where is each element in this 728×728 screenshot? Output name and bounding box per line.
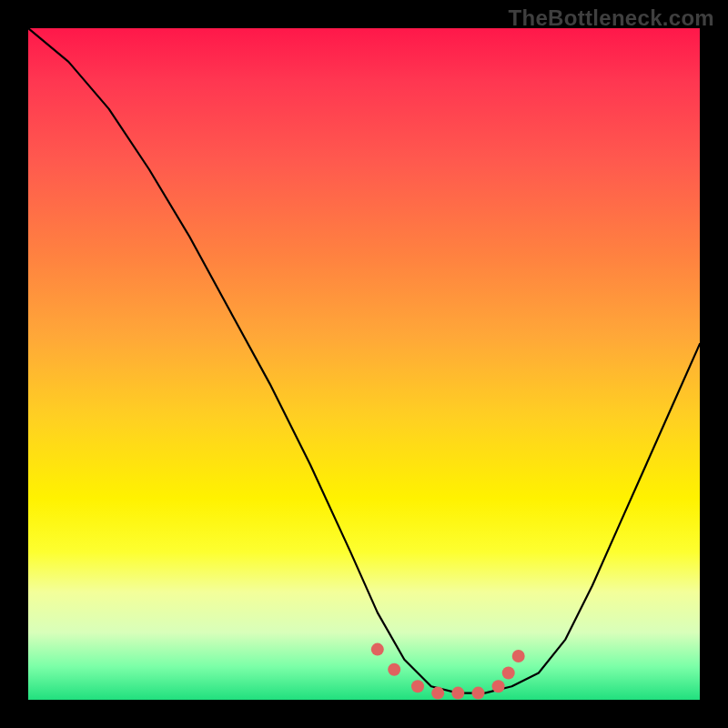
- highlight-dot: [502, 667, 515, 680]
- highlight-dot: [492, 680, 505, 693]
- highlight-dot: [411, 680, 424, 693]
- chart-stage: TheBottleneck.com: [0, 0, 728, 728]
- highlight-dot: [451, 687, 464, 700]
- watermark-text: TheBottleneck.com: [509, 5, 714, 31]
- highlight-dot: [512, 650, 525, 662]
- highlight-dot: [371, 643, 384, 656]
- highlight-dot: [431, 687, 444, 700]
- curve-layer: [28, 28, 700, 700]
- bottleneck-curve: [28, 28, 700, 693]
- highlight-dot: [388, 663, 400, 676]
- plot-area: [28, 28, 700, 700]
- highlight-dot: [472, 687, 485, 700]
